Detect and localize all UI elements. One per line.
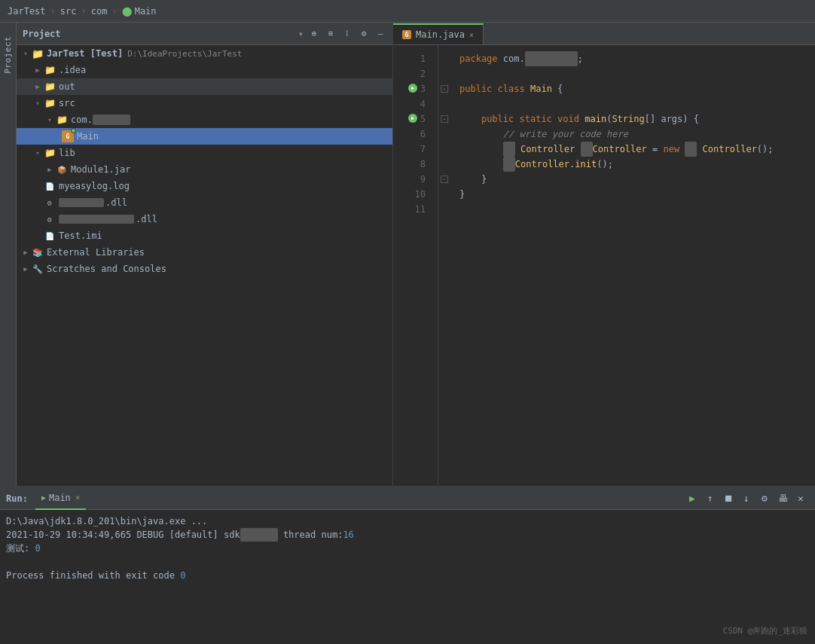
dll1-blurred (59, 198, 104, 207)
fold-9[interactable]: - (438, 172, 450, 187)
tree-item-dll1[interactable]: ⚙ .dll (17, 194, 392, 211)
folder-icon-com: 📁 (56, 114, 68, 126)
project-sidebar-tab[interactable]: Project (0, 23, 17, 486)
tree-item-testimi[interactable]: 📄 Test.imi (17, 227, 392, 244)
tab-close-button[interactable]: × (469, 31, 474, 39)
project-tab-label[interactable]: Project (2, 30, 14, 80)
fold-icon-5[interactable]: - (441, 115, 448, 123)
print-btn[interactable]: 🖶 (774, 490, 791, 507)
code-line-8: j Controller .init(); (459, 157, 806, 172)
jar-icon: 📦 (56, 163, 68, 175)
line-num-3: ▶ 3 (408, 81, 432, 96)
testimi-icon: 📄 (44, 230, 56, 242)
tree-item-lib[interactable]: ▾ 📁 lib (17, 145, 392, 161)
run-gutter-3[interactable]: ▶ (408, 84, 417, 93)
dll2-icon: ⚙ (44, 213, 56, 225)
fold-5[interactable]: - (438, 111, 450, 127)
label-dll1: .dll (105, 197, 127, 208)
fold-3[interactable]: - (438, 81, 450, 96)
stop-btn[interactable]: ⏹ (720, 490, 737, 507)
close-bottom-btn[interactable]: ✕ (792, 490, 809, 507)
fold-2 (438, 66, 450, 81)
breadcrumb: JarTest › src › com › ⬤ Main (8, 6, 157, 17)
scroll-down-btn[interactable]: ↓ (738, 490, 755, 507)
label-out: out (59, 81, 75, 92)
run-tab-main[interactable]: ▶ Main × (35, 487, 87, 510)
folder-icon-src: 📁 (44, 97, 56, 109)
sidebar-title: Project (23, 29, 294, 39)
tab-main-java[interactable]: G Main.java × (393, 23, 484, 44)
code-line-1: package com.█████████; (459, 51, 806, 66)
run-gutter-5[interactable]: ▶ (408, 114, 417, 123)
folder-icon-jartest: 📁 (32, 47, 44, 60)
fn-main: main (585, 111, 606, 127)
dll1-icon: ⚙ (44, 197, 56, 209)
collapse-icon[interactable]: ≡ (325, 28, 337, 40)
label-extlib: External Libraries (47, 247, 145, 258)
tree-item-src[interactable]: ▾ 📁 src (17, 95, 392, 111)
line-num-2: 2 (408, 66, 432, 81)
code7-blurred1: J (503, 142, 515, 157)
title-bar: JarTest › src › com › ⬤ Main (0, 0, 815, 23)
settings-bottom-btn[interactable]: ⚙ (756, 490, 773, 507)
tree-item-out[interactable]: ▶ 📁 out (17, 78, 392, 95)
sidebar-dropdown[interactable]: ▾ (298, 29, 304, 39)
hide-icon[interactable]: — (374, 28, 386, 40)
tree-item-myeasylog[interactable]: 📄 myeasylog.log (17, 178, 392, 194)
watermark: CSDN @奔跑的_迷彩狼 (723, 625, 807, 636)
code7-blurred2: j (581, 142, 593, 157)
expand-icon[interactable]: ⁞ (341, 28, 353, 40)
breadcrumb-sep1: › (50, 6, 56, 17)
settings-icon[interactable]: ⚙ (358, 28, 370, 40)
code-content[interactable]: package com.█████████; public class Main… (450, 45, 815, 486)
tree-item-jartest[interactable]: ▾ 📁 JarTest [Test] D:\IdeaProjects\JarTe… (17, 45, 392, 62)
tree-item-idea[interactable]: ▶ 📁 .idea (17, 62, 392, 78)
extlib-icon: 📚 (32, 246, 44, 258)
bottom-panel: Run: ▶ Main × ▶ ↑ ⏹ ↓ ⚙ 🖶 ✕ D:\Java\jdk1… (0, 486, 815, 644)
fold-icon-9[interactable]: - (441, 175, 448, 183)
breadcrumb-sep2: › (81, 6, 87, 17)
arrow-out: ▶ (32, 81, 44, 93)
tree-item-dll2[interactable]: ⚙ .dll (17, 211, 392, 227)
console-line-3: 测试: 0 (6, 542, 809, 555)
fold-icon-3[interactable]: - (441, 85, 448, 93)
fold-1 (438, 51, 450, 66)
arrow-com: ▾ (44, 114, 56, 126)
bottom-side-buttons: ▶ ↑ ⏹ ↓ ⚙ 🖶 ✕ (684, 490, 809, 507)
label-com: com. (71, 114, 93, 125)
code7-blurred3: J (685, 142, 697, 157)
tree-item-scratches[interactable]: ▶ 🔧 Scratches and Consoles (17, 261, 392, 277)
code8-blurred1: j (503, 157, 515, 172)
code-line-9: } (459, 172, 806, 187)
editor-area: G Main.java × 1 2 ▶ 3 4 ▶ 5 6 7 (393, 23, 815, 486)
run-btn[interactable]: ▶ (684, 490, 701, 507)
cls-controller-8: Controller (515, 157, 569, 172)
tree-item-com[interactable]: ▾ 📁 com.█████ (17, 111, 392, 128)
run-tab-close[interactable]: × (75, 493, 81, 502)
line-num-7: 7 (408, 142, 432, 157)
tree-item-main[interactable]: G Main (17, 128, 392, 145)
scroll-up-btn[interactable]: ↑ (702, 490, 719, 507)
line-num-4: 4 (408, 96, 432, 111)
label-com-blurred: █████ (93, 114, 130, 125)
locate-icon[interactable]: ⊕ (308, 28, 320, 40)
dll2-blurred (59, 215, 134, 224)
tree-item-module1jar[interactable]: ▶ 📦 Module1.jar (17, 161, 392, 178)
kw-public-3: public (459, 81, 492, 96)
cls-string: String (612, 111, 644, 127)
arrow-dll2 (32, 213, 44, 225)
cls-controller3: Controller (703, 142, 757, 157)
label-src: src (59, 98, 75, 108)
code-editor: 1 2 ▶ 3 4 ▶ 5 6 7 8 9 10 11 (393, 45, 815, 486)
scratches-icon: 🔧 (32, 263, 44, 275)
label-jartest: JarTest [Test] (47, 48, 123, 59)
console-test-val: 0 (35, 543, 40, 554)
kw-static: static (520, 111, 552, 127)
console-num-16: 16 (343, 530, 353, 540)
arrow-dll1 (32, 197, 44, 209)
tree-item-extlib[interactable]: ▶ 📚 External Libraries (17, 244, 392, 261)
arrow-testimi (32, 230, 44, 242)
console-debug: 2021-10-29 10:34:49,665 DEBUG [default] … (6, 530, 240, 540)
code-line-3: public class Main { (459, 81, 806, 96)
pkg-name: com (503, 51, 520, 66)
